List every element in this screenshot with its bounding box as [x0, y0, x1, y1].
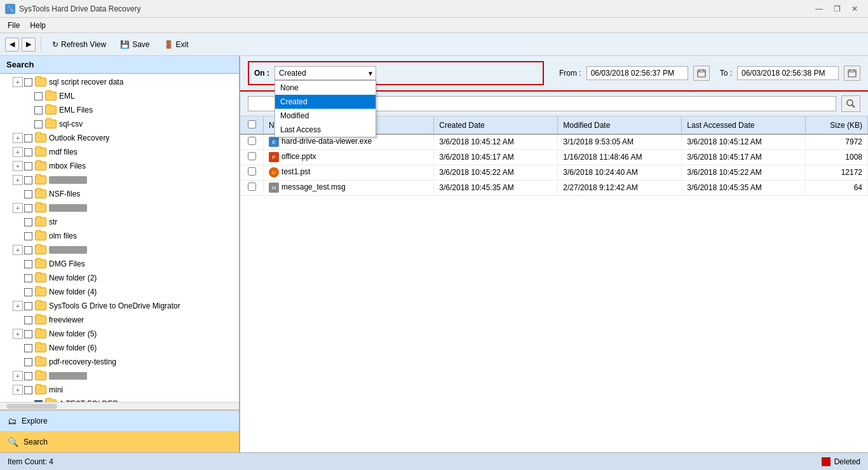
- tree-item-newfolder4[interactable]: New folder (4): [0, 285, 239, 299]
- tree-checkbox[interactable]: [24, 386, 32, 394]
- tree-checkbox[interactable]: [24, 372, 32, 380]
- tree-item-nsf[interactable]: NSF-files: [0, 187, 239, 201]
- table-row[interactable]: Poffice.pptx 3/6/2018 10:45:17 AM 1/16/2…: [240, 149, 868, 165]
- row-created: 3/6/2018 10:45:22 AM: [434, 165, 558, 180]
- file-table[interactable]: Name Created Date Modified Date Last Acc…: [240, 116, 868, 452]
- from-date-button[interactable]: [693, 66, 710, 81]
- tree-checkbox[interactable]: [24, 274, 32, 282]
- tree-checkbox[interactable]: [24, 302, 32, 310]
- tree-checkbox[interactable]: [24, 330, 32, 338]
- expand-icon[interactable]: +: [13, 161, 23, 171]
- on-dropdown[interactable]: Created: [275, 66, 376, 80]
- tree-checkbox[interactable]: [24, 344, 32, 352]
- tree-item-freeviewer[interactable]: freeviewer: [0, 313, 239, 327]
- tree-item-blurred-4[interactable]: +: [0, 369, 239, 383]
- tree-checkbox[interactable]: [24, 134, 32, 142]
- tree-checkbox[interactable]: [24, 162, 32, 170]
- tree-item-newfolder6[interactable]: New folder (6): [0, 341, 239, 355]
- search-execute-button[interactable]: [841, 95, 860, 112]
- expand-icon[interactable]: +: [13, 329, 23, 339]
- tree-item-blurred-3[interactable]: +: [0, 243, 239, 257]
- tree-checkbox[interactable]: [24, 204, 32, 212]
- tree-checkbox[interactable]: [24, 232, 32, 240]
- dropdown-option-none[interactable]: None: [275, 81, 376, 95]
- tree-item-systools-gdrive[interactable]: + SysTools G Drive to OneDrive Migrator: [0, 299, 239, 313]
- tab-explore[interactable]: 🗂 Explore: [0, 410, 239, 431]
- tree-checkbox[interactable]: [34, 120, 43, 128]
- tree-checkbox[interactable]: [24, 316, 32, 324]
- col-header-modified[interactable]: Modified Date: [558, 116, 682, 134]
- tree-checkbox[interactable]: [24, 358, 32, 366]
- tree-item-newfolder2[interactable]: New folder (2): [0, 271, 239, 285]
- nav-back-button[interactable]: ◀: [5, 38, 19, 52]
- tree-checkbox[interactable]: [24, 246, 32, 254]
- menu-help[interactable]: Help: [25, 20, 51, 31]
- tree-checkbox[interactable]: [24, 78, 32, 86]
- hscroll-thumb[interactable]: [6, 404, 57, 409]
- row-checkbox[interactable]: [248, 137, 256, 145]
- expand-icon[interactable]: +: [13, 147, 23, 157]
- maximize-button[interactable]: ❐: [829, 3, 845, 15]
- to-date-button[interactable]: [844, 66, 860, 81]
- tree-item-eml-files[interactable]: EML Files: [0, 103, 239, 117]
- tree-item-olm[interactable]: olm files: [0, 229, 239, 243]
- dropdown-option-modified[interactable]: Modified: [275, 109, 376, 123]
- expand-icon[interactable]: +: [13, 77, 23, 87]
- tree-checkbox[interactable]: [34, 106, 43, 114]
- tree-item-eml[interactable]: EML: [0, 89, 239, 103]
- col-header-created[interactable]: Created Date: [434, 116, 558, 134]
- tree-item-a-test-folder[interactable]: ✓ A TEST FOLDER: [0, 397, 239, 402]
- expand-icon[interactable]: +: [13, 385, 23, 395]
- tree-item-newfolder5[interactable]: + New folder (5): [0, 327, 239, 341]
- tree-item-dmg[interactable]: DMG Files: [0, 257, 239, 271]
- expand-icon[interactable]: +: [13, 371, 23, 381]
- expand-icon[interactable]: +: [13, 301, 23, 311]
- tree-label: mini: [49, 385, 63, 394]
- tree-item-sql-csv[interactable]: sql-csv: [0, 117, 239, 131]
- tree-item-blurred-1[interactable]: +: [0, 173, 239, 187]
- sidebar-horizontal-scrollbar[interactable]: [0, 402, 239, 410]
- expand-icon[interactable]: +: [13, 133, 23, 143]
- select-all-checkbox[interactable]: [248, 120, 256, 128]
- tree-item-sql-script[interactable]: + sql script recover data: [0, 75, 239, 89]
- minimize-button[interactable]: —: [811, 3, 827, 15]
- table-row[interactable]: Otest1.pst 3/6/2018 10:45:22 AM 3/6/2018…: [240, 165, 868, 180]
- close-button[interactable]: ✕: [846, 3, 863, 15]
- tree-checkbox[interactable]: [24, 190, 32, 198]
- expand-icon[interactable]: +: [13, 245, 23, 255]
- dropdown-option-last-access[interactable]: Last Access: [275, 123, 376, 137]
- tree-checkbox[interactable]: [24, 260, 32, 268]
- col-header-accessed[interactable]: Last Accessed Date: [682, 116, 806, 134]
- refresh-button[interactable]: ↻ Refresh View: [46, 38, 112, 52]
- sidebar-tree[interactable]: + sql script recover data EML EML Files: [0, 74, 239, 402]
- dropdown-option-created[interactable]: Created: [275, 95, 376, 109]
- table-row[interactable]: Mmessage_test.msg 3/6/2018 10:45:35 AM 2…: [240, 180, 868, 195]
- menu-file[interactable]: File: [3, 20, 25, 31]
- tree-checkbox[interactable]: [24, 176, 32, 184]
- row-checkbox[interactable]: [248, 183, 256, 191]
- to-date-input[interactable]: [737, 66, 839, 80]
- tree-checkbox[interactable]: [34, 92, 43, 100]
- tab-search[interactable]: 🔍 Search: [0, 431, 239, 452]
- save-button[interactable]: 💾 Save: [114, 38, 155, 52]
- col-header-size[interactable]: Size (KB): [806, 116, 868, 134]
- expand-icon[interactable]: +: [13, 175, 23, 185]
- from-date-input[interactable]: [587, 66, 688, 80]
- folder-icon: [35, 204, 46, 212]
- row-checkbox[interactable]: [248, 152, 256, 160]
- expand-icon[interactable]: +: [13, 203, 23, 213]
- nav-forward-button[interactable]: ▶: [22, 38, 36, 52]
- tree-checkbox[interactable]: [24, 218, 32, 226]
- tree-item-pdf-recovery[interactable]: pdf-recovery-testing: [0, 355, 239, 369]
- tree-item-str[interactable]: str: [0, 215, 239, 229]
- tree-item-mdf[interactable]: + mdf files: [0, 145, 239, 159]
- tree-item-blurred-2[interactable]: +: [0, 201, 239, 215]
- exit-button[interactable]: 🚪 Exit: [158, 38, 194, 52]
- tree-checkbox[interactable]: [24, 148, 32, 156]
- row-checkbox[interactable]: [248, 167, 256, 176]
- tree-checkbox[interactable]: [24, 288, 32, 296]
- tree-item-mini[interactable]: + mini: [0, 383, 239, 397]
- from-label: From :: [559, 69, 581, 78]
- tree-item-outlook[interactable]: + Outlook Recovery: [0, 131, 239, 145]
- tree-item-mbox[interactable]: + mbox Files: [0, 159, 239, 173]
